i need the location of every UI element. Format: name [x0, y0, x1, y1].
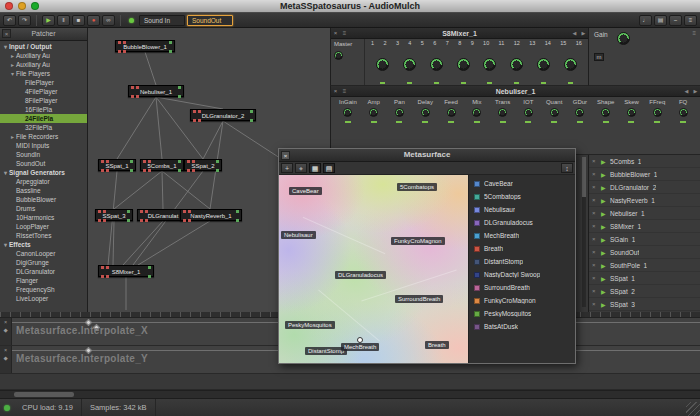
tree-item[interactable]: MIDI Inputs: [0, 141, 87, 150]
tree-item[interactable]: FilePlayer: [0, 78, 87, 87]
channel-knob[interactable]: [376, 58, 389, 71]
snapshot-label[interactable]: SurroundBreath: [395, 295, 443, 303]
input-dot[interactable]: [198, 110, 201, 113]
tree-item[interactable]: LiveLooper: [0, 294, 87, 303]
output-dot[interactable]: [236, 219, 239, 222]
contraption-row[interactable]: × ▶ SSpat_2: [589, 285, 700, 298]
output-dot[interactable]: [193, 119, 196, 122]
close-panel-icon[interactable]: ×: [331, 30, 340, 36]
wave-button[interactable]: ~: [669, 15, 682, 26]
patch-node[interactable]: 5Combs_1: [140, 159, 184, 171]
tree-item[interactable]: Flanger: [0, 276, 87, 285]
contraption-row[interactable]: × ▶ BubbleBlower_1: [589, 168, 700, 181]
param-knob[interactable]: [472, 108, 481, 117]
input-dot[interactable]: [131, 86, 134, 89]
input-dot[interactable]: [169, 41, 172, 44]
redo-button[interactable]: ↷: [18, 15, 31, 26]
snapshot-label[interactable]: 5Combatops: [397, 183, 437, 191]
legend-row[interactable]: MechBreath: [469, 229, 575, 242]
legend-row[interactable]: PeskyMosquitos: [469, 307, 575, 320]
param-knob[interactable]: [498, 108, 507, 117]
loop-button[interactable]: ∞: [102, 15, 115, 26]
input-dot[interactable]: [101, 266, 104, 269]
remove-icon[interactable]: ×: [592, 171, 598, 177]
output-dot[interactable]: [148, 275, 151, 278]
output-dot[interactable]: [123, 50, 126, 53]
tree-item[interactable]: DigiGrunge: [0, 258, 87, 267]
tree-item[interactable]: Drums: [0, 204, 87, 213]
input-dot[interactable]: [178, 86, 181, 89]
param-knob[interactable]: [601, 108, 610, 117]
output-dot[interactable]: [192, 169, 195, 172]
param-knob[interactable]: [550, 108, 559, 117]
input-dot[interactable]: [136, 86, 139, 89]
legend-row[interactable]: Nebulisaur: [469, 203, 575, 216]
horizontal-scrollbar[interactable]: [0, 390, 700, 398]
legend-row[interactable]: NastyDactyl Swoop: [469, 268, 575, 281]
lane-close-icon[interactable]: ×: [4, 347, 7, 353]
next-panel-icon[interactable]: ▶: [579, 30, 588, 36]
empty-lane[interactable]: [0, 374, 700, 390]
param-knob[interactable]: [627, 108, 636, 117]
output-dot[interactable]: [187, 169, 190, 172]
patch-node[interactable]: NastyReverb_1: [180, 209, 242, 221]
scroll-thumb[interactable]: [14, 392, 74, 397]
contraption-row[interactable]: × ▶ S8Mixer_1: [589, 220, 700, 233]
remove-icon[interactable]: ×: [592, 236, 598, 242]
input-dot[interactable]: [148, 266, 151, 269]
play-button[interactable]: ▶: [42, 15, 55, 26]
contraption-row[interactable]: × ▶ SouthPole_1: [589, 259, 700, 272]
param-knob[interactable]: [524, 108, 533, 117]
metronome-button[interactable]: ♩: [639, 15, 652, 26]
tree-item[interactable]: FrequencySh: [0, 285, 87, 294]
patch-node[interactable]: SSpat_1: [98, 159, 136, 171]
channel-knob[interactable]: [430, 58, 443, 71]
input-dot[interactable]: [118, 41, 121, 44]
grid-view-button[interactable]: ▦: [309, 163, 321, 173]
param-knob[interactable]: [575, 108, 584, 117]
input-dot[interactable]: [143, 160, 146, 163]
snapshot-label[interactable]: Breath: [425, 341, 449, 349]
output-dot[interactable]: [198, 119, 201, 122]
output-dot[interactable]: [101, 275, 104, 278]
param-knob[interactable]: [679, 108, 688, 117]
tree-item[interactable]: Signal Generators: [0, 168, 87, 177]
output-dot[interactable]: [178, 95, 181, 98]
remove-icon[interactable]: ×: [592, 288, 598, 294]
tree-item[interactable]: 8FilePlayer: [0, 96, 87, 105]
tree-item[interactable]: Auxiliary Au: [0, 51, 87, 60]
legend-row[interactable]: FunkyCroMagnon: [469, 294, 575, 307]
sort-button[interactable]: ↕: [561, 163, 573, 173]
legend-row[interactable]: DLGranuladocus: [469, 216, 575, 229]
snapshot-label[interactable]: DLGranuladocus: [335, 271, 386, 279]
output-dot[interactable]: [127, 219, 130, 222]
pause-button[interactable]: ‖: [57, 15, 70, 26]
input-dot[interactable]: [140, 210, 143, 213]
tree-item[interactable]: CanonLooper: [0, 249, 87, 258]
close-panel-icon[interactable]: ×: [2, 29, 11, 38]
param-knob[interactable]: [447, 108, 456, 117]
remove-icon[interactable]: ×: [592, 210, 598, 216]
patch-node[interactable]: SSpat_3: [95, 209, 133, 221]
legend-row[interactable]: SurroundBreath: [469, 281, 575, 294]
sound-in-select[interactable]: Sound In: [139, 15, 185, 26]
next-panel-icon[interactable]: ▶: [691, 88, 700, 94]
tree-item[interactable]: DLGranulator: [0, 267, 87, 276]
input-dot[interactable]: [98, 210, 101, 213]
record-button[interactable]: ●: [87, 15, 100, 26]
tree-item[interactable]: Arpeggiator: [0, 177, 87, 186]
legend-row[interactable]: CaveBear: [469, 177, 575, 190]
channel-knob[interactable]: [510, 58, 523, 71]
input-dot[interactable]: [127, 210, 130, 213]
mute-button[interactable]: m: [594, 53, 604, 61]
remove-icon[interactable]: ×: [592, 158, 598, 164]
position-dot[interactable]: [357, 337, 363, 343]
tree-item[interactable]: 32FilePla: [0, 123, 87, 132]
output-dot[interactable]: [103, 219, 106, 222]
contraption-row[interactable]: × ▶ Nebuliser_1: [589, 207, 700, 220]
remove-icon[interactable]: ×: [592, 249, 598, 255]
target-button[interactable]: ⌖: [295, 163, 307, 173]
param-knob[interactable]: [369, 108, 378, 117]
remove-icon[interactable]: ×: [592, 262, 598, 268]
output-dot[interactable]: [101, 169, 104, 172]
